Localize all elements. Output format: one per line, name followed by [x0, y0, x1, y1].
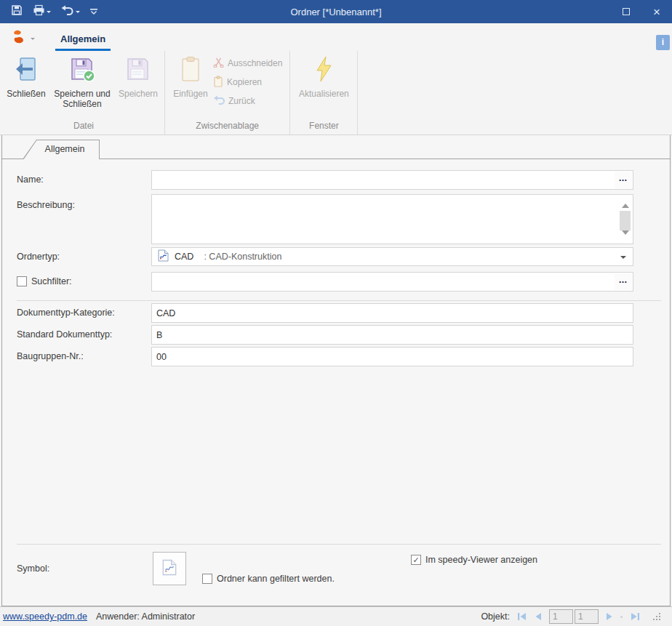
gefiltert-checkbox-label: Ordner kann gefiltert werden. [217, 574, 335, 585]
suchfilter-field: … [151, 272, 633, 292]
suchfilter-label: Suchfilter: [31, 272, 72, 292]
baugruppen-nr-field [151, 347, 633, 366]
suchfilter-input[interactable] [152, 273, 633, 291]
ribbon-group-zwischenablage: Einfügen Ausschneiden [165, 51, 290, 135]
dokumenttyp-kategorie-input[interactable] [152, 304, 633, 322]
name-field: … [151, 170, 633, 190]
save-disk-icon [125, 56, 151, 85]
symbol-label: Symbol: [17, 552, 148, 585]
paste-icon [180, 56, 201, 85]
cut-icon [213, 57, 224, 70]
standard-dokumenttyp-input[interactable] [152, 326, 633, 344]
print-button[interactable] [29, 2, 55, 21]
speedy-logo [10, 29, 28, 48]
beschreibung-label: Beschreibung: [17, 199, 148, 211]
nav-first-icon [517, 612, 527, 621]
nav-next-button[interactable] [606, 612, 613, 621]
name-browse-button[interactable]: … [615, 172, 632, 188]
group-label-fenster: Fenster [290, 121, 357, 135]
nav-next-icon [606, 612, 613, 621]
app-menu-button[interactable] [10, 29, 35, 48]
name-label: Name: [17, 170, 148, 190]
user-label: Anwender: Administrator [96, 611, 195, 622]
print-dropdown-icon[interactable] [47, 11, 51, 15]
speedy-pdm-link[interactable]: www.speedy-pdm.de [3, 611, 87, 622]
dropdown-arrow-icon[interactable] [620, 256, 626, 262]
scroll-up-icon[interactable] [622, 200, 629, 208]
group-label-datei: Datei [3, 121, 164, 135]
print-icon [33, 4, 45, 19]
symbol-button[interactable] [153, 552, 186, 585]
viewer-checkbox-label: Im speedy-Viewer anzeigen [425, 555, 537, 566]
ribbon-body: Schließen [0, 51, 672, 135]
save-button[interactable] [7, 2, 26, 21]
ribbon: Allgemein i Schließen [0, 23, 672, 135]
copy-icon [213, 76, 223, 89]
object-navigator: Objekt: 1 1 [481, 609, 662, 624]
nav-first-button[interactable] [517, 612, 527, 621]
suchfilter-browse-button[interactable]: … [615, 273, 632, 290]
quick-access-toolbar [7, 2, 101, 21]
info-button[interactable]: i [656, 35, 670, 50]
cad-document-icon [158, 249, 169, 265]
nav-total-box[interactable]: 1 [575, 609, 599, 624]
viewer-checkbox[interactable]: ✓ [411, 555, 421, 565]
refresh-lightning-icon [311, 56, 336, 85]
separator-line [17, 300, 661, 301]
form-panel: Allgemein Name: … Beschreibung: Ordnerty… [1, 135, 671, 606]
dokumenttyp-kategorie-field [151, 303, 633, 323]
speichern-und-schliessen-button[interactable]: Speichern und Schließen [49, 51, 115, 109]
app-window: Ordner [*Unbenannt*] × Allgemein i [0, 0, 672, 626]
undo-icon [61, 5, 74, 18]
nav-current-box[interactable]: 1 [549, 609, 573, 624]
speichern-button: Speichern [115, 51, 161, 99]
customize-quick-access-button[interactable] [87, 3, 101, 20]
back-icon [213, 95, 225, 107]
nav-last-button[interactable] [630, 612, 640, 621]
ordnertyp-value-desc: : CAD-Konstruktion [204, 252, 281, 262]
baugruppen-nr-input[interactable] [152, 348, 633, 366]
statusbar: www.speedy-pdm.de Anwender: Administrato… [0, 606, 672, 626]
undo-dropdown-icon[interactable] [76, 11, 80, 15]
close-button[interactable]: × [641, 0, 672, 23]
close-window-icon [14, 56, 39, 85]
aktualisieren-button[interactable]: Aktualisieren [292, 51, 356, 99]
zurueck-button: Zurück [213, 95, 282, 108]
ordnertyp-dropdown[interactable]: CAD : CAD-Konstruktion [151, 247, 633, 266]
ribbon-group-datei: Schließen [3, 51, 165, 135]
save-close-icon [69, 56, 95, 85]
beschreibung-field[interactable] [151, 194, 633, 244]
save-icon [11, 4, 23, 19]
ribbon-tab-allgemein[interactable]: Allgemein [55, 31, 111, 51]
ordnertyp-label: Ordnertyp: [17, 247, 148, 266]
chevron-down-icon [31, 38, 35, 42]
kopieren-button: Kopieren [213, 76, 282, 89]
gefiltert-checkbox[interactable] [202, 574, 212, 584]
customize-quick-access-icon [90, 5, 97, 18]
baugruppen-nr-label: Baugruppen-Nr.: [17, 347, 148, 366]
scrollbar-thumb[interactable] [620, 211, 631, 230]
ribbon-tab-row: Allgemein i [0, 23, 672, 51]
nav-prev-button[interactable] [535, 612, 542, 621]
einfuegen-button: Einfügen [169, 51, 212, 99]
undo-button[interactable] [57, 3, 84, 20]
maximize-button[interactable] [611, 0, 641, 23]
group-label-zwischenablage: Zwischenablage [165, 121, 289, 135]
standard-dokumenttyp-label: Standard Dokumenttyp: [17, 325, 148, 345]
nav-separator-dot [620, 616, 623, 618]
name-input[interactable] [152, 171, 633, 189]
ribbon-group-fenster: Aktualisieren Fenster [290, 51, 358, 135]
window-controls: × [611, 0, 672, 23]
standard-dokumenttyp-field [151, 325, 633, 345]
close-icon: × [653, 6, 660, 18]
dokumenttyp-kategorie-label: Dokumenttyp-Kategorie: [17, 303, 148, 323]
schliessen-button[interactable]: Schließen [3, 51, 49, 99]
ausschneiden-button: Ausschneiden [213, 57, 282, 70]
resize-grip[interactable] [653, 612, 662, 621]
panel-top-border [2, 158, 670, 159]
scroll-down-icon[interactable] [622, 230, 629, 238]
nav-prev-icon [535, 612, 542, 621]
suchfilter-checkbox[interactable] [17, 276, 27, 286]
beschreibung-scrollbar[interactable] [618, 196, 632, 243]
maximize-icon [623, 8, 630, 15]
